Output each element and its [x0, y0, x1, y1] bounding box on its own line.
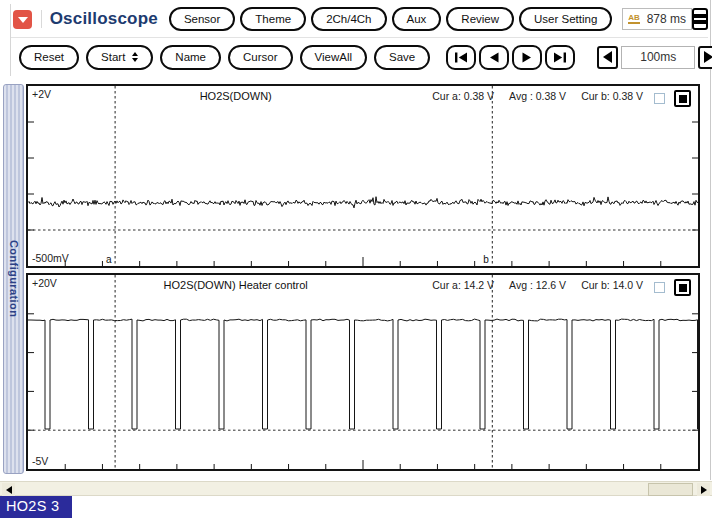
- channel-checkbox[interactable]: [654, 282, 665, 293]
- theme-button[interactable]: Theme: [240, 7, 306, 31]
- name-button[interactable]: Name: [160, 45, 221, 70]
- app-title: Oscilloscope: [50, 9, 158, 29]
- step-back-icon: [488, 52, 500, 63]
- scrollbar-thumb[interactable]: [648, 483, 693, 496]
- configuration-tab[interactable]: Configuration: [3, 84, 24, 474]
- channel-color-button[interactable]: [674, 279, 691, 296]
- step-forward-button[interactable]: [512, 45, 542, 70]
- start-spinner-icon[interactable]: [132, 52, 138, 62]
- divider: [41, 10, 42, 28]
- channel-color-button[interactable]: [674, 90, 691, 107]
- timebase-right-icon: [704, 51, 712, 63]
- stack-layout-button[interactable]: [692, 8, 708, 30]
- svg-text:a: a: [106, 254, 112, 265]
- square-icon: [679, 95, 687, 103]
- aux-button[interactable]: Aux: [392, 7, 442, 31]
- channel-title: HO2S(DOWN) Heater control: [164, 279, 308, 291]
- avg-value: Avg : 0.38 V: [509, 90, 566, 102]
- step-forward-icon: [521, 52, 533, 63]
- svg-text:b: b: [483, 254, 489, 265]
- ab-time-value: 878 ms: [647, 12, 686, 26]
- configuration-tab-label: Configuration: [8, 240, 20, 317]
- timebase-value[interactable]: 100ms: [621, 46, 695, 69]
- y-max-label: +20V: [32, 277, 57, 289]
- stack-icon: [694, 14, 706, 18]
- cursor-b-value: Cur b: 0.38 V: [581, 90, 643, 102]
- window-frame-left: [10, 4, 11, 76]
- skip-start-button[interactable]: [446, 45, 476, 70]
- skip-start-icon: [454, 52, 468, 63]
- user-setting-button[interactable]: User Setting: [519, 7, 612, 31]
- avg-value: Avg : 12.6 V: [509, 279, 566, 291]
- scroll-left-icon: [6, 486, 12, 494]
- channel-checkbox[interactable]: [654, 93, 665, 104]
- ab-measure-icon: AB: [628, 14, 640, 24]
- status-label: HO2S 3: [0, 496, 72, 518]
- toolbar-main: Reset Start Name Cursor ViewAll Save: [19, 43, 708, 71]
- cursor-button[interactable]: Cursor: [228, 45, 293, 70]
- scroll-left-button[interactable]: [2, 483, 15, 496]
- channel-title: HO2S(DOWN): [200, 90, 272, 102]
- playback-controls: [446, 45, 575, 70]
- scroll-right-button[interactable]: [697, 483, 710, 496]
- start-button[interactable]: Start: [86, 45, 153, 70]
- y-min-label: -5V: [32, 455, 48, 467]
- ab-time-display: AB 878 ms: [622, 8, 692, 30]
- reset-button[interactable]: Reset: [19, 45, 79, 70]
- review-button[interactable]: Review: [446, 7, 514, 31]
- stack-icon: [694, 20, 706, 24]
- scroll-right-icon: [701, 486, 707, 494]
- toolbar-separator: [11, 37, 708, 38]
- cursor-readouts: Cur a: 14.2 V Avg : 12.6 V Cur b: 14.0 V: [432, 279, 643, 291]
- skip-end-icon: [553, 52, 567, 63]
- scope-panel-ho2s: ab +2V -500mV HO2S(DOWN) Cur a: 0.38 V A…: [26, 84, 700, 268]
- timebase-decrease-button[interactable]: [597, 46, 618, 69]
- cursor-readouts: Cur a: 0.38 V Avg : 0.38 V Cur b: 0.38 V: [432, 90, 643, 102]
- waveform-heater: [28, 275, 698, 469]
- start-button-label: Start: [101, 51, 125, 63]
- sensor-button[interactable]: Sensor: [169, 7, 235, 31]
- chevron-down-icon: [18, 17, 28, 23]
- step-back-button[interactable]: [479, 45, 509, 70]
- skip-end-button[interactable]: [545, 45, 575, 70]
- timebase-control: 100ms: [597, 46, 712, 69]
- horizontal-scrollbar[interactable]: [0, 481, 712, 496]
- waveform-ho2s: ab: [28, 86, 698, 266]
- cursor-b-value: Cur b: 14.0 V: [581, 279, 643, 291]
- window-frame-right: [710, 0, 711, 480]
- timebase-left-icon: [603, 51, 612, 63]
- y-min-label: -500mV: [32, 252, 69, 264]
- timebase-increase-button[interactable]: [698, 46, 712, 69]
- toolbar-top: Oscilloscope Sensor Theme 2Ch/4Ch Aux Re…: [13, 5, 708, 33]
- scope-panel-heater: +20V -5V HO2S(DOWN) Heater control Cur a…: [26, 273, 700, 471]
- y-max-label: +2V: [32, 88, 51, 100]
- cursor-a-value: Cur a: 14.2 V: [432, 279, 494, 291]
- cursor-a-value: Cur a: 0.38 V: [432, 90, 494, 102]
- save-button[interactable]: Save: [374, 45, 430, 70]
- square-icon: [679, 284, 687, 292]
- channel-mode-button[interactable]: 2Ch/4Ch: [311, 7, 386, 31]
- viewall-button[interactable]: ViewAll: [300, 45, 368, 70]
- app-icon[interactable]: [13, 10, 32, 29]
